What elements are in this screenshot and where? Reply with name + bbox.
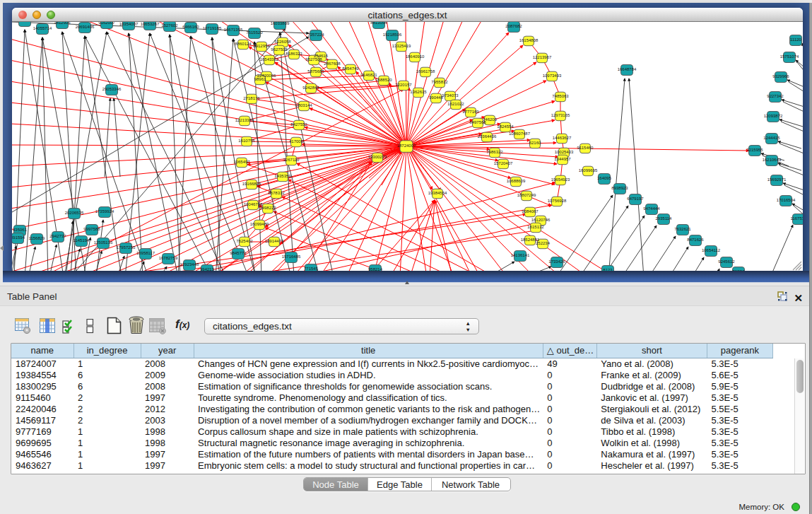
svg-text:9527508: 9527508 [305,57,322,62]
svg-text:9329966: 9329966 [772,74,789,78]
svg-text:2803144: 2803144 [295,103,312,107]
svg-text:7485063: 7485063 [552,94,569,98]
svg-text:10688609: 10688609 [507,179,526,183]
svg-text:8123: 8123 [603,268,613,271]
svg-text:19218506: 19218506 [383,33,402,37]
svg-text:746200: 746200 [483,117,498,122]
svg-text:98961: 98961 [254,77,266,81]
svg-text:8938923: 8938923 [611,186,628,190]
svg-text:9997588: 9997588 [83,227,100,231]
svg-text:12923448: 12923448 [180,262,199,267]
svg-text:9734073: 9734073 [442,93,459,98]
svg-text:8427552: 8427552 [290,122,307,127]
svg-text:16099489: 16099489 [250,222,269,226]
svg-text:1615132: 1615132 [527,225,544,229]
svg-text:16210643: 16210643 [763,158,782,162]
svg-text:17957255: 17957255 [117,245,136,250]
svg-text:7986322: 7986322 [486,150,503,154]
svg-text:7515520: 7515520 [246,30,263,35]
svg-text:9162007: 9162007 [98,22,115,25]
svg-text:29053346: 29053346 [102,87,122,91]
svg-text:18807249: 18807249 [517,193,536,197]
svg-text:164095: 164095 [597,176,612,180]
svg-text:20206535: 20206535 [65,211,84,215]
svg-text:8678332: 8678332 [268,191,285,195]
svg-text:19654923: 19654923 [551,177,570,182]
svg-text:14136141: 14136141 [511,253,530,257]
svg-text:417006: 417006 [289,139,304,144]
svg-text:15692971: 15692971 [767,177,787,182]
svg-text:9084067: 9084067 [522,209,539,214]
svg-text:771545: 771545 [304,267,319,271]
svg-text:9227342: 9227342 [767,94,784,98]
svg-text:7632621: 7632621 [674,227,691,231]
svg-text:7357224: 7357224 [307,33,324,37]
svg-text:20691406: 20691406 [76,25,95,29]
svg-text:252234: 252234 [536,241,551,245]
svg-text:13325419: 13325419 [392,44,411,48]
svg-text:16648784: 16648784 [618,67,637,71]
svg-text:9115460: 9115460 [577,146,594,150]
svg-text:17016504: 17016504 [777,198,796,202]
svg-text:5226058: 5226058 [274,40,291,44]
svg-text:62160: 62160 [529,141,541,145]
svg-text:8912954: 8912954 [253,44,270,48]
svg-text:9845771: 9845771 [230,251,247,255]
svg-text:9146821: 9146821 [360,73,377,77]
svg-text:2087682: 2087682 [505,24,522,28]
svg-text:2935114: 2935114 [656,216,673,221]
svg-text:16914479: 16914479 [265,239,284,243]
svg-text:12505135: 12505135 [94,240,113,245]
svg-text:9242848: 9242848 [302,86,319,90]
svg-text:3220157: 3220157 [395,83,412,87]
svg-text:8471626: 8471626 [687,238,704,242]
svg-text:958214: 958214 [368,267,383,271]
svg-text:1621022: 1621022 [447,102,464,106]
svg-text:9474444: 9474444 [643,206,660,211]
svg-text:10973493: 10973493 [543,74,562,78]
svg-text:1824554: 1824554 [497,124,514,129]
svg-text:1435359: 1435359 [274,174,291,178]
svg-text:1065497: 1065497 [233,160,250,164]
svg-text:12973165: 12973165 [551,113,570,117]
svg-text:2942737: 2942737 [49,234,66,238]
svg-text:15751074: 15751074 [780,54,799,59]
svg-text:16120746: 16120746 [531,218,551,222]
svg-text:16961758: 16961758 [416,69,435,74]
svg-text:10719185: 10719185 [203,26,222,30]
svg-text:10025433: 10025433 [555,150,574,154]
svg-text:16543362: 16543362 [260,57,279,62]
svg-text:8454749: 8454749 [342,66,359,71]
svg-text:6466160: 6466160 [182,25,199,29]
svg-text:8186323: 8186323 [286,52,302,56]
svg-text:16099695: 16099695 [579,168,598,173]
svg-text:5875685: 5875685 [307,69,324,74]
svg-text:1156829: 1156829 [29,236,46,240]
svg-text:10654112: 10654112 [702,248,721,252]
svg-text:19384554: 19384554 [428,191,447,195]
svg-text:14463627: 14463627 [553,136,572,140]
svg-text:3267110: 3267110 [283,158,300,162]
svg-text:391594: 391594 [12,235,25,240]
svg-text:16154808: 16154808 [519,38,539,42]
svg-text:12213389: 12213389 [235,118,254,122]
svg-text:8813054: 8813054 [370,22,387,25]
svg-text:1527602: 1527602 [161,23,178,28]
svg-text:1244415: 1244415 [763,136,780,140]
svg-text:8860124: 8860124 [235,42,252,46]
svg-text:1145194: 1145194 [73,238,90,243]
svg-text:12213967: 12213967 [533,55,552,59]
svg-text:16671355: 16671355 [224,28,243,32]
svg-text:1405571: 1405571 [16,22,33,23]
svg-text:2718176: 2718176 [243,96,260,100]
svg-text:10756928: 10756928 [548,199,567,203]
svg-text:15720407: 15720407 [494,161,513,165]
svg-text:16782759: 16782759 [159,256,178,260]
svg-text:3215955: 3215955 [746,148,763,152]
svg-text:1362615: 1362615 [410,90,427,94]
svg-text:108607487: 108607487 [509,132,531,136]
svg-text:1588520: 1588520 [375,78,392,82]
svg-text:10653267: 10653267 [141,22,160,26]
svg-text:10958117: 10958117 [136,251,155,255]
svg-text:994213: 994213 [200,267,215,271]
